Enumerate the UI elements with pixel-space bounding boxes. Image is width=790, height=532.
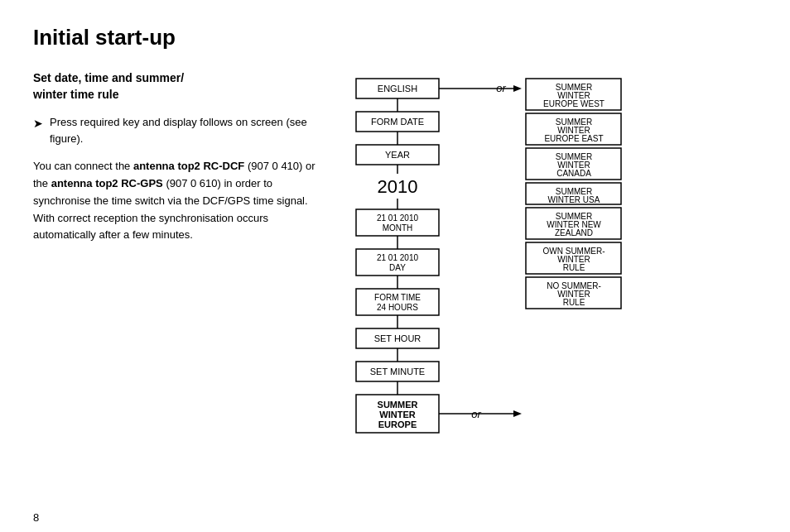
svg-text:21 01 2010: 21 01 2010 bbox=[377, 253, 418, 262]
flow-diagram: ENGLISH FORM DATE YEAR 2010 21 01 2010 M… bbox=[348, 70, 754, 492]
svg-marker-65 bbox=[513, 410, 522, 417]
bullet-item: ➤ Press required key and display follows… bbox=[33, 114, 331, 146]
svg-text:FORM TIME: FORM TIME bbox=[374, 293, 421, 302]
svg-text:YEAR: YEAR bbox=[385, 150, 410, 160]
svg-text:MONTH: MONTH bbox=[383, 223, 413, 232]
page-number: 8 bbox=[33, 511, 39, 524]
svg-text:ZEALAND: ZEALAND bbox=[555, 228, 593, 237]
page-title: Initial start-up bbox=[33, 25, 757, 50]
left-panel: Set date, time and summer/winter time ru… bbox=[33, 70, 331, 495]
diagram-area: ENGLISH FORM DATE YEAR 2010 21 01 2010 M… bbox=[348, 70, 757, 495]
svg-text:24 HOURS: 24 HOURS bbox=[377, 303, 418, 312]
svg-text:SET HOUR: SET HOUR bbox=[374, 333, 421, 343]
svg-text:WINTER: WINTER bbox=[379, 410, 415, 419]
svg-text:EUROPE WEST: EUROPE WEST bbox=[543, 99, 605, 108]
svg-text:2010: 2010 bbox=[378, 176, 418, 197]
bullet-arrow-icon: ➤ bbox=[33, 115, 43, 132]
svg-text:RULE: RULE bbox=[563, 298, 585, 307]
svg-text:WINTER USA: WINTER USA bbox=[548, 195, 600, 204]
svg-text:EUROPE EAST: EUROPE EAST bbox=[544, 134, 603, 143]
svg-text:FORM DATE: FORM DATE bbox=[371, 117, 424, 127]
svg-text:CANADA: CANADA bbox=[556, 169, 591, 178]
svg-text:SET MINUTE: SET MINUTE bbox=[370, 367, 425, 376]
svg-text:SUMMER: SUMMER bbox=[378, 400, 418, 410]
svg-marker-35 bbox=[513, 85, 522, 92]
svg-text:DAY: DAY bbox=[389, 263, 406, 272]
svg-text:EUROPE: EUROPE bbox=[378, 419, 417, 429]
section-heading: Set date, time and summer/winter time ru… bbox=[33, 70, 331, 103]
main-paragraph: You can connect the antenna top2 RC-DCF … bbox=[33, 158, 331, 244]
bullet-text: Press required key and display follows o… bbox=[50, 114, 331, 146]
svg-text:21 01 2010: 21 01 2010 bbox=[377, 213, 418, 223]
svg-text:RULE: RULE bbox=[563, 263, 585, 272]
svg-text:ENGLISH: ENGLISH bbox=[378, 84, 417, 93]
